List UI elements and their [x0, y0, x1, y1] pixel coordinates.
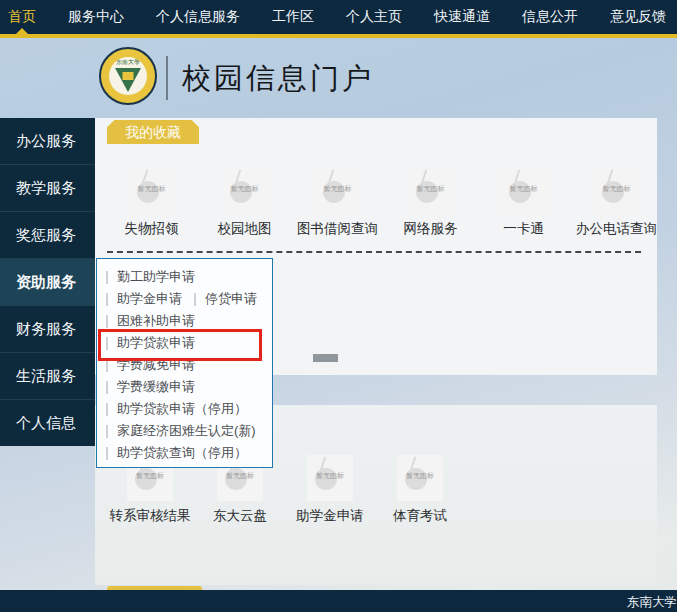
app-placeholder-icon: 暂无图标 [501, 168, 547, 214]
nav-home[interactable]: 首页 [8, 8, 36, 26]
favorite-label: 失物招领 [125, 220, 179, 238]
footer-university-name: 东南大学 服 [627, 594, 677, 611]
menu-row: 勤工助学申请 [97, 266, 272, 288]
favorite-library-borrow-query[interactable]: 暂无图标 图书借阅查询 [291, 168, 384, 238]
placeholder-label: 暂无图标 [501, 184, 547, 194]
menu-item-family-hardship-identification-new[interactable]: 家庭经济困难生认定(新) [117, 422, 256, 440]
sidebar-item-office-services[interactable]: 办公服务 [0, 118, 95, 164]
menu-tick [194, 293, 196, 306]
placeholder-label: 暂无图标 [315, 184, 361, 194]
app-placeholder-icon: 暂无图标 [397, 455, 443, 501]
favorite-label: 校园地图 [218, 220, 272, 238]
favorite-lost-and-found[interactable]: 暂无图标 失物招领 [105, 168, 198, 238]
menu-item-student-loan-application[interactable]: 助学贷款申请 [117, 334, 195, 352]
menu-tick [106, 293, 108, 306]
favorite-label: 一卡通 [503, 220, 544, 238]
app-label: 东大云盘 [213, 507, 267, 525]
app-placeholder-icon: 暂无图标 [594, 168, 640, 214]
placeholder-label: 暂无图标 [307, 471, 353, 481]
nav-info-disclosure[interactable]: 信息公开 [522, 8, 578, 26]
sidebar-item-rewards-punishments[interactable]: 奖惩服务 [0, 211, 95, 258]
menu-tick [106, 425, 108, 438]
sidebar-item-financial-aid[interactable]: 资助服务 [0, 258, 95, 305]
menu-row: 家庭经济困难生认定(新) [97, 420, 272, 442]
menu-row: 学费缓缴申请 [97, 376, 272, 398]
app-pe-exam[interactable]: 暂无图标 体育考试 [375, 455, 465, 525]
menu-tick [106, 359, 108, 372]
placeholder-label: 暂无图标 [594, 184, 640, 194]
app-placeholder-icon: 暂无图标 [307, 455, 353, 501]
seal-core: 东南大學 [109, 57, 147, 95]
portal-page: 首页 服务中心 个人信息服务 工作区 个人主页 快速通道 信息公开 意见反馈 东… [0, 0, 677, 612]
placeholder-label: 暂无图标 [129, 184, 175, 194]
menu-tick [106, 403, 108, 416]
placeholder-label: 暂无图标 [217, 471, 263, 481]
favorite-label: 图书借阅查询 [297, 220, 378, 238]
menu-item-student-loan-query-disabled[interactable]: 助学贷款查询（停用） [117, 444, 247, 462]
favorite-network-services[interactable]: 暂无图标 网络服务 [384, 168, 477, 238]
menu-item-tuition-deferment-application[interactable]: 学费缓缴申请 [117, 378, 195, 396]
menu-item-student-loan-application-disabled[interactable]: 助学贷款申请（停用） [117, 400, 247, 418]
menu-item-stop-loan-application[interactable]: 停贷申请 [205, 290, 257, 308]
menu-tick [106, 381, 108, 394]
dashed-separator [107, 251, 641, 253]
app-grant-application[interactable]: 暂无图标 助学金申请 [285, 455, 375, 525]
placeholder-label: 暂无图标 [408, 184, 454, 194]
menu-row: 助学金申请 停贷申请 [97, 288, 272, 310]
scroll-indicator [313, 354, 338, 362]
menu-row: 助学贷款申请（停用） [97, 398, 272, 420]
sidebar-item-finance-services[interactable]: 财务服务 [0, 305, 95, 352]
page-title: 校园信息门户 [182, 59, 374, 99]
app-placeholder-icon: 暂无图标 [315, 168, 361, 214]
app-label: 体育考试 [393, 507, 447, 525]
nav-feedback[interactable]: 意见反馈 [610, 8, 666, 26]
favorites-row: 暂无图标 失物招领 暂无图标 校园地图 暂无图标 图书借阅查询 [105, 168, 663, 238]
app-placeholder-icon: 暂无图标 [129, 168, 175, 214]
favorite-label: 网络服务 [404, 220, 458, 238]
sidebar-item-life-services[interactable]: 生活服务 [0, 352, 95, 399]
favorite-label: 办公电话查询 [576, 220, 657, 238]
top-nav: 首页 服务中心 个人信息服务 工作区 个人主页 快速通道 信息公开 意见反馈 [0, 0, 677, 34]
menu-tick [106, 271, 108, 284]
menu-item-work-study-application[interactable]: 勤工助学申请 [117, 268, 195, 286]
tab-my-favorites[interactable]: 我的收藏 [107, 120, 199, 144]
menu-tick [106, 315, 108, 328]
menu-row: 困难补助申请 [97, 310, 272, 332]
nav-quick-channel[interactable]: 快速通道 [434, 8, 490, 26]
placeholder-label: 暂无图标 [397, 471, 443, 481]
menu-row: 助学贷款申请 [97, 332, 272, 354]
favorite-campus-map[interactable]: 暂无图标 校园地图 [198, 168, 291, 238]
favorite-campus-card[interactable]: 暂无图标 一卡通 [477, 168, 570, 238]
university-seal-icon: 东南大學 [99, 47, 157, 105]
active-nav-caret-icon [16, 28, 28, 34]
menu-item-hardship-subsidy-application[interactable]: 困难补助申请 [117, 312, 195, 330]
menu-item-tuition-reduction-application[interactable]: 学费减免申请 [117, 356, 195, 374]
seal-building-icon [123, 72, 134, 80]
app-label: 助学金申请 [296, 507, 364, 525]
seal-script: 东南大學 [109, 59, 147, 65]
sidebar-item-teaching-services[interactable]: 教学服务 [0, 164, 95, 211]
favorite-office-phone-query[interactable]: 暂无图标 办公电话查询 [570, 168, 663, 238]
nav-service-center[interactable]: 服务中心 [68, 8, 124, 26]
nav-personal-homepage[interactable]: 个人主页 [346, 8, 402, 26]
placeholder-label: 暂无图标 [222, 184, 268, 194]
nav-workspace[interactable]: 工作区 [272, 8, 314, 26]
menu-item-grant-application[interactable]: 助学金申请 [117, 290, 182, 308]
header-divider [166, 56, 168, 100]
app-placeholder-icon: 暂无图标 [222, 168, 268, 214]
sidebar-item-personal-info[interactable]: 个人信息 [0, 399, 95, 446]
placeholder-label: 暂无图标 [127, 471, 173, 481]
nav-personal-info-services[interactable]: 个人信息服务 [156, 8, 240, 26]
menu-tick [106, 337, 108, 350]
menu-row: 助学贷款查询（停用） [97, 442, 272, 464]
financial-aid-flyout-menu: 勤工助学申请 助学金申请 停贷申请 困难补助申请 助学贷款申请 学费减免申请 学… [96, 258, 273, 468]
footer: 东南大学 服 [0, 590, 677, 612]
app-placeholder-icon: 暂无图标 [408, 168, 454, 214]
nav-accent-bar [0, 34, 677, 38]
app-label: 转系审核结果 [110, 507, 191, 525]
sidebar: 办公服务 教学服务 奖惩服务 资助服务 财务服务 生活服务 个人信息 [0, 118, 95, 446]
menu-row: 学费减免申请 [97, 354, 272, 376]
menu-tick [106, 447, 108, 460]
